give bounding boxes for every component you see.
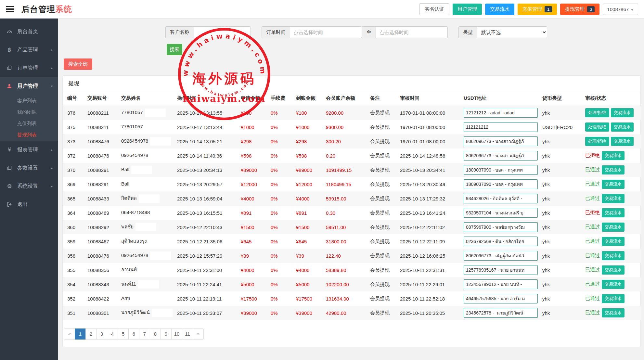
user-manage-button[interactable]: 用户管理 xyxy=(453,4,482,15)
sidebar-item-withdraw-list[interactable]: 提现列表 xyxy=(0,129,58,141)
order-time-end-input[interactable] xyxy=(376,26,448,38)
usdt-address-input[interactable] xyxy=(464,294,538,303)
table-row: 373 10088476 0926454978 2025-10-14 13:05… xyxy=(63,134,641,148)
usdt-address-input[interactable] xyxy=(464,122,538,132)
chevron-right-icon: ▸ xyxy=(51,66,53,70)
status-label: 已通过 xyxy=(585,167,600,172)
usdt-address-input[interactable] xyxy=(464,151,538,161)
sidebar-item-logout[interactable]: 退出 xyxy=(0,195,58,213)
sidebar-item-parameters[interactable]: 参数设置 ▸ xyxy=(0,159,58,177)
page-next[interactable]: » xyxy=(193,328,204,340)
transaction-flow-header-button[interactable]: 交易流水 xyxy=(485,4,514,15)
sidebar-item-customer-list[interactable]: 客户列表 xyxy=(0,95,58,107)
page-button-4[interactable]: 4 xyxy=(107,328,118,340)
customer-name-input[interactable] xyxy=(194,26,251,38)
cell-account: 10088292 xyxy=(84,220,118,234)
transaction-flow-button[interactable]: 交易流水 xyxy=(602,237,625,246)
cell-op-time: 2025-10-11 22:31:00 xyxy=(174,263,238,277)
cell-account: 10088301 xyxy=(84,306,118,320)
transaction-flow-button[interactable]: 交易流水 xyxy=(611,137,634,146)
to-label: 至 xyxy=(362,26,376,38)
status-label: 已通过 xyxy=(585,310,600,315)
transaction-flow-button[interactable]: 交易流水 xyxy=(602,151,625,160)
usdt-address-input[interactable] xyxy=(464,222,538,232)
transaction-flow-button[interactable]: 交易流水 xyxy=(602,251,625,260)
cell-balance: 59511.00 xyxy=(323,220,367,234)
redaction-mask xyxy=(131,166,152,174)
cell-account: 10088433 xyxy=(84,191,118,206)
transaction-flow-button[interactable]: 交易流水 xyxy=(602,265,625,275)
recharge-manage-button[interactable]: 充值管理1 xyxy=(518,4,557,15)
type-select[interactable]: 默认不选 xyxy=(477,26,547,38)
usdt-address-input[interactable] xyxy=(464,265,538,275)
transaction-flow-button[interactable]: 交易流水 xyxy=(611,108,634,117)
status-label: 已拒绝 xyxy=(585,152,600,158)
page-button-9[interactable]: 9 xyxy=(161,328,172,340)
type-group: 类型 默认不选 xyxy=(458,26,547,38)
cell-account: 10088291 xyxy=(84,163,118,177)
usdt-address-input[interactable] xyxy=(464,237,538,246)
usdt-address-input[interactable] xyxy=(464,308,538,318)
cell-balance: 9300.00 xyxy=(323,120,367,134)
usdt-address-input[interactable] xyxy=(464,136,538,146)
sidebar-item-dashboard[interactable]: 后台首页 xyxy=(0,22,58,41)
usdt-address-input[interactable] xyxy=(464,165,538,175)
page-button-8[interactable]: 8 xyxy=(150,328,161,340)
realname-auth-button[interactable]: 实名认证 xyxy=(419,3,449,15)
page-button-11[interactable]: 11 xyxy=(182,328,193,340)
sidebar-item-users[interactable]: 用户管理 ▾ xyxy=(0,77,58,95)
usdt-address-input[interactable] xyxy=(464,194,538,203)
transaction-flow-button[interactable]: 交易流水 xyxy=(611,122,634,132)
sidebar-item-reports[interactable]: ¥ 报表管理 ▸ xyxy=(0,141,58,159)
search-button[interactable]: 搜索 xyxy=(167,44,182,55)
table-row: 364 10088469 064-8718498 2025-10-13 16:1… xyxy=(63,206,641,220)
cell-status: 处理/拒绝交易流水 xyxy=(582,120,641,134)
page-button-2[interactable]: 2 xyxy=(85,328,97,340)
cell-name: Ball xyxy=(118,177,174,191)
page-prev[interactable]: « xyxy=(64,328,75,340)
usdt-address-input[interactable] xyxy=(464,208,538,218)
transaction-flow-button[interactable]: 交易流水 xyxy=(602,165,625,174)
page-button-7[interactable]: 7 xyxy=(139,328,150,340)
cell-remark: 会员提现 xyxy=(367,234,397,249)
transaction-flow-button[interactable]: 交易流水 xyxy=(602,280,625,289)
page-button-3[interactable]: 3 xyxy=(96,328,107,340)
sidebar-item-system-settings[interactable]: ⚙ 系统设置 ▸ xyxy=(0,177,58,195)
usdt-address-input[interactable] xyxy=(464,279,538,289)
search-all-button[interactable]: 搜索全部 xyxy=(64,58,92,70)
account-dropdown[interactable]: 10087867▼ xyxy=(603,4,638,15)
cell-amount: ¥298 xyxy=(238,134,267,148)
withdraw-table: 编号 交易账号 交易姓名 操作时间 申请金额 手续费 到账金额 会员账户余额 备… xyxy=(63,91,641,320)
yen-icon: ¥ xyxy=(5,147,14,153)
transaction-flow-button[interactable]: 交易流水 xyxy=(602,180,625,189)
transaction-flow-button[interactable]: 交易流水 xyxy=(602,308,625,317)
usdt-address-input[interactable] xyxy=(464,179,538,189)
cell-status: 已通过交易流水 xyxy=(582,263,641,277)
cell-status: 处理/拒绝交易流水 xyxy=(582,106,641,120)
cell-currency: yhk xyxy=(539,249,582,263)
order-time-start-input[interactable] xyxy=(290,26,362,38)
customer-name-label: 客户名称 xyxy=(165,26,194,38)
transaction-flow-button[interactable]: 交易流水 xyxy=(602,208,625,217)
cell-name: นายภูมิวิวัฒน์ xyxy=(118,306,174,320)
transaction-flow-button[interactable]: 交易流水 xyxy=(602,223,625,232)
withdraw-manage-button[interactable]: 提现管理3 xyxy=(560,4,599,15)
usdt-address-input[interactable] xyxy=(464,251,538,261)
transaction-flow-button[interactable]: 交易流水 xyxy=(602,194,625,203)
sidebar-item-products[interactable]: ฿ 产品管理 ▸ xyxy=(0,41,58,59)
menu-toggle-icon[interactable] xyxy=(6,5,14,14)
sidebar-item-orders[interactable]: 订单管理 ▸ xyxy=(0,59,58,77)
transaction-flow-button[interactable]: 交易流水 xyxy=(602,294,625,303)
page-button-5[interactable]: 5 xyxy=(118,328,129,340)
usdt-address-input[interactable] xyxy=(464,108,538,118)
process-reject-button[interactable]: 处理/拒绝 xyxy=(585,122,609,132)
process-reject-button[interactable]: 处理/拒绝 xyxy=(585,137,609,146)
redaction-mask xyxy=(150,251,171,260)
cell-fee: 0% xyxy=(267,277,293,291)
page-button-1[interactable]: 1 xyxy=(75,328,86,340)
sidebar-item-recharge-list[interactable]: 充值列表 xyxy=(0,118,58,129)
process-reject-button[interactable]: 处理/拒绝 xyxy=(585,108,609,117)
page-button-10[interactable]: 10 xyxy=(171,328,182,340)
page-button-6[interactable]: 6 xyxy=(128,328,139,340)
sidebar-item-my-team[interactable]: 我的团队 xyxy=(0,107,58,118)
